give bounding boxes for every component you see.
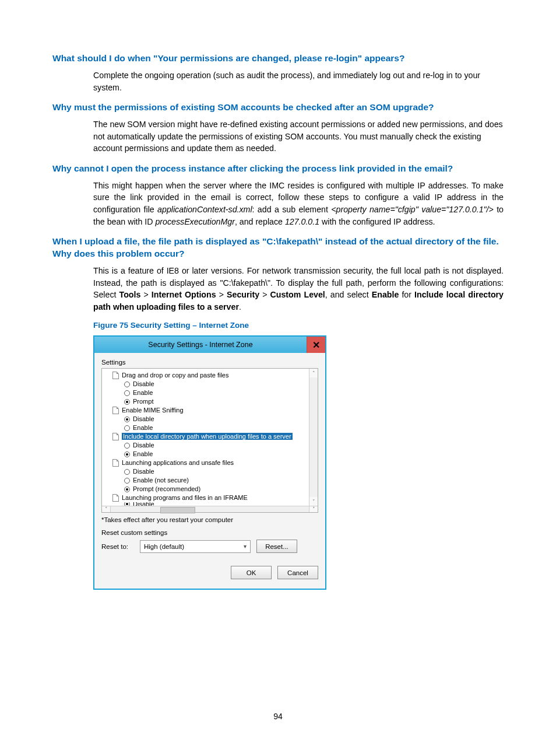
settings-tree[interactable]: Drag and drop or copy and paste filesDis… — [102, 369, 309, 506]
scroll-down-icon[interactable]: ˅ — [309, 497, 318, 506]
cancel-button[interactable]: Cancel — [277, 566, 318, 579]
tree-node-label: Drag and drop or copy and paste files — [122, 371, 228, 380]
tree-option[interactable]: Disable — [104, 380, 309, 388]
faq-paragraph: The new SOM version might have re-define… — [93, 118, 504, 155]
radio-icon[interactable] — [124, 452, 130, 457]
page-number: 94 — [0, 712, 556, 721]
horizontal-scrollbar[interactable]: ˂ ˃ — [102, 506, 318, 512]
tree-node[interactable]: Drag and drop or copy and paste files — [104, 371, 309, 380]
faq-heading: Why must the permissions of existing SOM… — [52, 102, 504, 114]
close-button[interactable]: ✕ — [307, 337, 325, 353]
page-icon — [112, 494, 119, 502]
tree-option-label: Enable (not secure) — [133, 476, 189, 485]
page-icon — [112, 459, 119, 467]
tree-option-label: Disable — [133, 467, 154, 476]
vertical-scrollbar[interactable]: ˄ ˅ — [309, 369, 318, 506]
scroll-htrack[interactable] — [111, 506, 309, 512]
page-icon — [112, 407, 119, 414]
radio-icon[interactable] — [124, 425, 130, 431]
tree-option[interactable]: Prompt — [104, 397, 309, 406]
tree-option-label: Prompt (recommended) — [133, 485, 200, 494]
combo-value: High (default) — [144, 543, 184, 550]
tree-option[interactable]: Enable — [104, 388, 309, 397]
tree-node-label: Include local directory path when upload… — [122, 432, 293, 441]
tree-option-label: Enable — [133, 388, 153, 397]
dialog-button-row: OK Cancel — [101, 566, 318, 579]
tree-node[interactable]: Launching applications and unsafe files — [104, 459, 309, 467]
settings-listbox[interactable]: Drag and drop or copy and paste filesDis… — [101, 368, 318, 513]
radio-icon[interactable] — [124, 399, 130, 405]
dialog-body: Settings Drag and drop or copy and paste… — [94, 353, 325, 589]
reset-row: Reset to: High (default) ▾ Reset... — [101, 540, 318, 553]
scroll-right-icon[interactable]: ˃ — [309, 506, 318, 512]
tree-option[interactable]: Prompt (recommended) — [104, 485, 309, 494]
figure-caption: Figure 75 Security Setting – Internet Zo… — [93, 321, 504, 330]
tree-node[interactable]: Launching programs and files in an IFRAM… — [104, 494, 309, 502]
tree-option[interactable]: Disable — [104, 415, 309, 424]
tree-option-label: Enable — [133, 450, 153, 459]
radio-icon[interactable] — [124, 416, 130, 422]
faq-paragraph: This is a feature of IE8 or later versio… — [93, 265, 504, 313]
tree-option-label: Disable — [133, 380, 154, 388]
faq-paragraph: Complete the ongoing operation (such as … — [93, 69, 504, 93]
tree-node[interactable]: Include local directory path when upload… — [104, 432, 309, 441]
tree-option-label: Disable — [133, 441, 154, 450]
chevron-down-icon: ▾ — [244, 543, 247, 550]
radio-icon[interactable] — [124, 390, 130, 396]
restart-note: *Takes effect after you restart your com… — [101, 516, 318, 523]
dialog-title: Security Settings - Internet Zone — [94, 337, 307, 353]
faq-paragraph: This might happen when the server where … — [93, 180, 504, 228]
radio-icon[interactable] — [124, 502, 130, 506]
radio-icon[interactable] — [124, 478, 130, 484]
faq-heading: Why cannot I open the process instance a… — [52, 163, 504, 175]
tree-option[interactable]: Disable — [104, 467, 309, 476]
scroll-track[interactable] — [309, 377, 318, 497]
reset-level-combo[interactable]: High (default) ▾ — [140, 540, 251, 553]
tree-node-label: Launching programs and files in an IFRAM… — [122, 494, 248, 502]
reset-section-label: Reset custom settings — [101, 529, 318, 536]
tree-option-label: Disable — [133, 415, 154, 424]
radio-icon[interactable] — [124, 469, 130, 475]
security-settings-dialog: Security Settings - Internet Zone ✕ Sett… — [93, 335, 326, 590]
radio-icon[interactable] — [124, 443, 130, 449]
scroll-left-icon[interactable]: ˂ — [102, 506, 111, 512]
radio-icon[interactable] — [124, 487, 130, 492]
tree-option[interactable]: Enable — [104, 450, 309, 459]
faq-heading: When I upload a file, the file path is d… — [52, 236, 504, 260]
reset-to-label: Reset to: — [101, 543, 134, 550]
tree-node-label: Enable MIME Sniffing — [122, 406, 184, 415]
tree-option-label: Enable — [133, 424, 153, 432]
close-icon: ✕ — [312, 340, 320, 351]
page-icon — [112, 372, 119, 379]
settings-label: Settings — [101, 359, 318, 366]
tree-option-label: Prompt — [133, 397, 153, 406]
tree-option[interactable]: Disable — [104, 441, 309, 450]
radio-icon[interactable] — [124, 382, 130, 387]
dialog-titlebar[interactable]: Security Settings - Internet Zone ✕ — [94, 337, 325, 353]
faq-heading: What should I do when "Your permissions … — [52, 52, 504, 65]
tree-node-label: Launching applications and unsafe files — [122, 459, 234, 467]
tree-node[interactable]: Enable MIME Sniffing — [104, 406, 309, 415]
reset-button[interactable]: Reset... — [256, 540, 297, 553]
ok-button[interactable]: OK — [231, 566, 272, 579]
page-icon — [112, 433, 119, 440]
scroll-thumb[interactable] — [160, 507, 195, 513]
tree-option[interactable]: Enable (not secure) — [104, 476, 309, 485]
scroll-up-icon[interactable]: ˄ — [309, 369, 318, 377]
tree-option[interactable]: Enable — [104, 424, 309, 432]
